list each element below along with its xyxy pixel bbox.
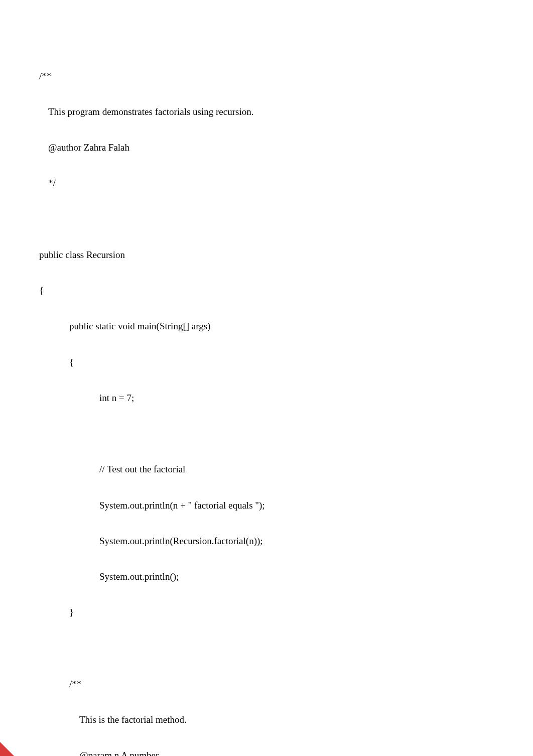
- code-line: This is the factorial method.: [39, 714, 494, 726]
- code-line: }: [39, 606, 494, 618]
- page-fold-icon: [0, 742, 14, 756]
- code-line: @author Zahra Falah: [39, 142, 494, 154]
- code-line: public class Recursion: [39, 249, 494, 261]
- code-line: This program demonstrates factorials usi…: [39, 106, 494, 118]
- code-line: {: [39, 356, 494, 368]
- code-line: [39, 428, 494, 440]
- code-line: */: [39, 177, 494, 189]
- code-line: // Test out the factorial: [39, 463, 494, 475]
- code-line: [39, 213, 494, 225]
- code-line: System.out.println();: [39, 571, 494, 583]
- code-line: /**: [39, 70, 494, 82]
- code-line: public static void main(String[] args): [39, 320, 494, 332]
- code-line: System.out.println(n + " factorial equal…: [39, 499, 494, 512]
- code-line: /**: [39, 678, 494, 690]
- code-line: [39, 643, 494, 655]
- code-line: System.out.println(Recursion.factorial(n…: [39, 535, 494, 547]
- code-line: @param n A number.: [39, 749, 494, 756]
- source-code: /** This program demonstrates factorials…: [39, 46, 494, 756]
- code-line: {: [39, 285, 494, 297]
- code-line: int n = 7;: [39, 392, 494, 404]
